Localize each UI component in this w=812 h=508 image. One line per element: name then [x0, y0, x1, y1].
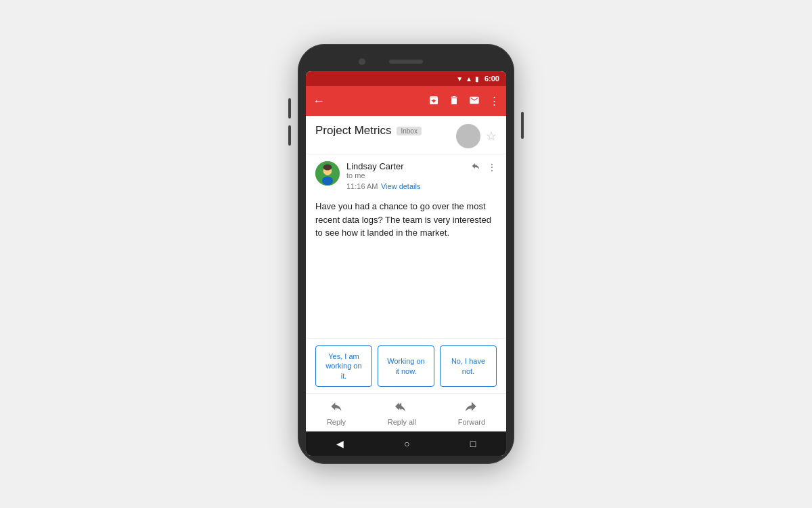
email-content: Lindsay Carter to me 11:16 AM View detai… [306, 154, 506, 338]
svg-point-2 [323, 165, 332, 171]
smart-reply-3[interactable]: No, I have not. [440, 345, 497, 387]
sender-time-row: 11:16 AM View details [346, 179, 471, 192]
sender-avatar [315, 161, 340, 186]
reply-all-icon [395, 400, 409, 417]
email-toolbar: ← ⋮ [306, 86, 506, 116]
archive-button[interactable] [428, 95, 439, 108]
back-button[interactable]: ← [313, 94, 325, 108]
reply-all-label: Reply all [388, 418, 416, 426]
sender-to: to me [346, 171, 471, 179]
subject-text: Project Metrics [315, 124, 391, 137]
volume-button-1 [288, 98, 291, 119]
smart-replies-area: Yes, I am working on it. Working on it n… [306, 338, 506, 394]
front-camera [359, 58, 365, 65]
speaker-grille [389, 60, 423, 64]
bottom-action-bar: Reply Reply all Forward [306, 394, 506, 431]
nav-home-button[interactable]: ○ [404, 438, 409, 449]
signal-icon: ▲ [466, 75, 472, 83]
sender-row: Lindsay Carter to me 11:16 AM View detai… [306, 154, 506, 192]
mail-button[interactable] [469, 95, 480, 108]
sender-actions: ⋮ [471, 161, 497, 173]
email-subject: Project Metrics Inbox [315, 124, 422, 137]
nav-back-button[interactable]: ◀ [336, 438, 344, 449]
smart-reply-2[interactable]: Working on it now. [378, 345, 434, 387]
more-options-button[interactable]: ⋮ [489, 95, 499, 107]
view-details-link[interactable]: View details [381, 182, 421, 190]
quick-reply-icon[interactable] [471, 161, 480, 173]
contact-avatar [456, 124, 480, 148]
delete-button[interactable] [449, 95, 459, 108]
android-nav-bar: ◀ ○ □ [306, 431, 506, 456]
status-time: 6:00 [484, 75, 499, 83]
sender-name: Lindsay Carter [346, 161, 471, 171]
phone-screen: ▼ ▲ ▮ 6:00 ← [306, 71, 506, 456]
phone-top-bar [306, 52, 506, 71]
svg-point-3 [322, 177, 333, 186]
phone-frame: ▼ ▲ ▮ 6:00 ← [298, 44, 514, 464]
smart-reply-1[interactable]: Yes, I am working on it. [315, 345, 372, 387]
star-button[interactable]: ☆ [486, 129, 497, 144]
forward-icon [465, 400, 478, 417]
battery-icon: ▮ [475, 75, 479, 83]
send-time: 11:16 AM [346, 182, 378, 190]
inbox-badge: Inbox [397, 127, 421, 135]
forward-label: Forward [458, 418, 485, 426]
sender-more-button[interactable]: ⋮ [487, 162, 497, 173]
reply-icon [330, 400, 343, 417]
status-icons: ▼ ▲ ▮ 6:00 [456, 75, 499, 83]
sender-info: Lindsay Carter to me 11:16 AM View detai… [346, 161, 471, 192]
email-header-right: ☆ [456, 124, 497, 148]
forward-button[interactable]: Forward [458, 400, 485, 426]
reply-all-button[interactable]: Reply all [388, 400, 416, 426]
volume-button-2 [288, 125, 291, 146]
status-bar: ▼ ▲ ▮ 6:00 [306, 71, 506, 86]
reply-button[interactable]: Reply [327, 400, 346, 426]
toolbar-actions: ⋮ [428, 95, 499, 108]
email-header: Project Metrics Inbox ☆ [306, 116, 506, 154]
nav-recent-button[interactable]: □ [470, 438, 476, 449]
power-button [521, 112, 524, 139]
reply-label: Reply [327, 418, 346, 426]
email-body: Have you had a chance to go over the mos… [306, 192, 506, 248]
wifi-icon: ▼ [456, 75, 463, 83]
email-subject-area: Project Metrics Inbox [315, 124, 422, 137]
